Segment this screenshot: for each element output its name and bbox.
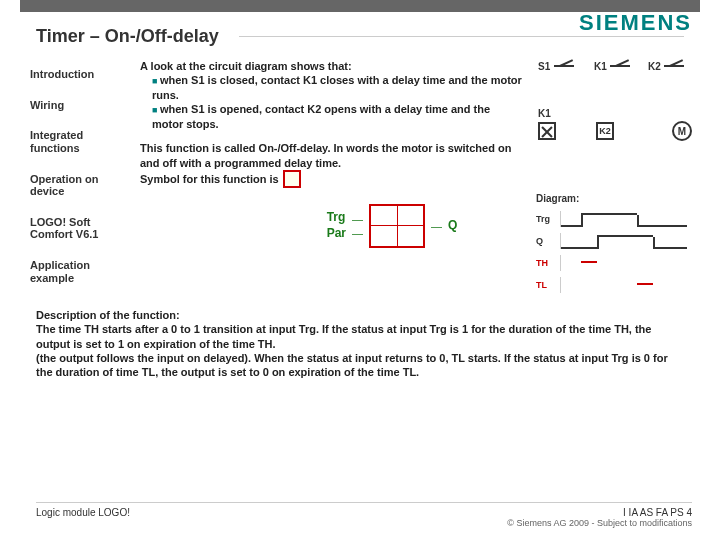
text-column: A look at the circuit diagram shows that… [140, 59, 524, 300]
description: Description of the function: The time TH… [0, 300, 720, 379]
row-tl: TL [536, 280, 560, 290]
circuit-column: S1 K1 K2 K1 K2 M Diagram: Trg Q TH TL [536, 59, 696, 300]
intro-para: A look at the circuit diagram shows that… [140, 59, 524, 131]
motor-icon: M [672, 121, 692, 141]
para-2: This function is called On-/Off-delay. I… [140, 141, 524, 188]
bullet-2: when S1 is opened, contact K2 opens with… [152, 102, 524, 131]
diagram-title: Diagram: [536, 193, 696, 204]
coil-k1-icon [538, 122, 556, 140]
row-th: TH [536, 258, 560, 268]
footer-right-top: I IA AS FA PS 4 [507, 507, 692, 518]
footer-left: Logic module LOGO! [36, 507, 130, 528]
label-k1-top: K1 [594, 61, 607, 72]
sidebar-item-wiring[interactable]: Wiring [30, 90, 124, 121]
bullet-1: when S1 is closed, contact K1 closes wit… [152, 73, 524, 102]
onoff-delay-symbol-icon [283, 170, 301, 188]
sidebar-item-application[interactable]: Application example [30, 250, 124, 293]
coil-k2-icon: K2 [596, 122, 614, 140]
circuit-top: S1 K1 K2 [536, 59, 696, 113]
intro-text: A look at the circuit diagram shows that… [140, 60, 352, 72]
timing-diagram: Trg Q TH TL [536, 208, 696, 300]
sidebar-item-introduction[interactable]: Introduction [30, 59, 124, 90]
label-k2-top: K2 [648, 61, 661, 72]
block-inputs: Trg Par [327, 210, 346, 241]
contact-k1-icon [610, 65, 630, 81]
sidebar: Introduction Wiring Integrated functions… [24, 59, 124, 300]
sidebar-item-logosoft[interactable]: LOGO! Soft Comfort V6.1 [30, 207, 124, 250]
footer: Logic module LOGO! I IA AS FA PS 4 © Sie… [36, 502, 692, 528]
contact-k2-icon [664, 65, 684, 81]
page-title: Timer – On-/Off-delay [36, 26, 219, 47]
function-block-icon [369, 204, 425, 248]
desc-p1: The time TH starts after a 0 to 1 transi… [36, 322, 684, 351]
p2b: Symbol for this function is [140, 172, 279, 186]
block-diagram: Trg Par —— — Q [140, 198, 524, 260]
p2a: This function is called On-/Off-delay. I… [140, 142, 511, 168]
desc-head: Description of the function: [36, 308, 684, 322]
sidebar-item-operation[interactable]: Operation on device [30, 164, 124, 207]
switch-s1-icon [554, 65, 574, 81]
circuit-bottom: K1 K2 M [536, 113, 696, 163]
sidebar-item-integrated-functions[interactable]: Integrated functions [30, 120, 124, 163]
label-s1: S1 [538, 61, 550, 72]
brand-logo: SIEMENS [579, 10, 692, 36]
row-q: Q [536, 236, 560, 246]
content: A look at the circuit diagram shows that… [140, 59, 696, 300]
label-k1-bot: K1 [538, 108, 551, 119]
output-q: Q [448, 218, 457, 234]
footer-right-bot: © Siemens AG 2009 - Subject to modificat… [507, 518, 692, 528]
desc-p2: (the output follows the input on delayed… [36, 351, 684, 380]
input-trg: Trg [327, 210, 346, 226]
input-par: Par [327, 226, 346, 242]
main: Introduction Wiring Integrated functions… [0, 53, 720, 300]
row-trg: Trg [536, 214, 560, 224]
